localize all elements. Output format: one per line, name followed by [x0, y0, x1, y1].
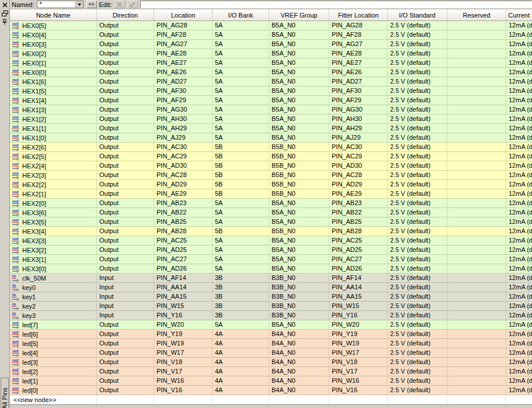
cell-cur[interactable]: 12mA (default)	[506, 302, 532, 311]
cell-loc[interactable]: PIN_AC25	[154, 236, 213, 246]
cell-bank[interactable]: 5B	[213, 161, 269, 171]
cell-loc[interactable]: PIN_AE27	[154, 58, 213, 68]
cell-node-name[interactable]: <<new node>>	[10, 395, 97, 404]
cell-res[interactable]	[447, 161, 506, 171]
cell-node-name[interactable]: outHEX0[2]	[10, 49, 97, 58]
cell-res[interactable]	[447, 77, 506, 87]
cell-fitter[interactable]: PIN_AA15	[329, 292, 388, 302]
cell-loc[interactable]: PIN_V18	[154, 358, 213, 367]
table-row[interactable]: outHEX3[0]OutputPIN_AD265AB5A_N0PIN_AD26…	[10, 264, 532, 274]
edit-accept-button[interactable]	[127, 1, 138, 8]
cell-bank[interactable]: 5A	[213, 255, 269, 264]
cell-vref[interactable]: B5B_N0	[269, 152, 329, 161]
cell-loc[interactable]: PIN_AB28	[154, 227, 213, 236]
cell-loc[interactable]: PIN_W17	[154, 348, 213, 358]
cell-cur[interactable]: 12mA (default)	[506, 49, 532, 58]
cell-bank[interactable]: 5A	[213, 199, 269, 208]
cell-dir[interactable]: Output	[97, 49, 154, 58]
cell-loc[interactable]: PIN_AD27	[154, 77, 213, 87]
cell-fitter[interactable]: PIN_AG27	[329, 40, 388, 49]
cell-loc[interactable]: PIN_AF14	[154, 274, 213, 283]
table-row[interactable]: outHEX3[5]OutputPIN_AB255AB5A_N0PIN_AB25…	[10, 217, 532, 227]
cell-cur[interactable]: 12mA (default)	[506, 171, 532, 180]
cell-res[interactable]	[447, 348, 506, 358]
cell-res[interactable]	[447, 68, 506, 77]
cell-vref[interactable]: B5A_N0	[269, 217, 329, 227]
table-row[interactable]: outHEX0[5]OutputPIN_AG285AB5A_N0PIN_AG28…	[10, 21, 532, 30]
cell-node-name[interactable]: inclk_50M	[10, 274, 97, 283]
cell-iostd[interactable]: 2.5 V (default)	[388, 171, 447, 180]
cell-node-name[interactable]: outHEX0[0]	[10, 68, 97, 77]
cell-dir[interactable]: Output	[97, 376, 154, 386]
cell-iostd[interactable]: 2.5 V (default)	[388, 217, 447, 227]
cell-loc[interactable]: PIN_AF28	[154, 30, 213, 40]
cell-fitter[interactable]: PIN_W20	[329, 320, 388, 330]
cell-bank[interactable]: 5B	[213, 180, 269, 189]
cell-loc[interactable]: PIN_AB23	[154, 199, 213, 208]
named-filter-combo[interactable]: *	[37, 1, 84, 8]
cell-dir[interactable]: Output	[97, 189, 154, 199]
cell-res[interactable]	[447, 87, 506, 96]
cell-iostd[interactable]: 2.5 V (default)	[388, 49, 447, 58]
cell-fitter[interactable]: PIN_AB28	[329, 227, 388, 236]
cell-vref[interactable]: B3B_N0	[269, 302, 329, 311]
cell-iostd[interactable]: 2.5 V (default)	[388, 264, 447, 274]
cell-node-name[interactable]: inkey2	[10, 302, 97, 311]
cell-dir[interactable]: Output	[97, 208, 154, 217]
cell-bank[interactable]: 5A	[213, 217, 269, 227]
table-row[interactable]: outHEX2[0]OutputPIN_AB235AB5A_N0PIN_AB23…	[10, 199, 532, 208]
cell-node-name[interactable]: outHEX3[5]	[10, 217, 97, 227]
cell-res[interactable]	[447, 40, 506, 49]
cell-iostd[interactable]: 2.5 V (default)	[388, 124, 447, 133]
cell-dir[interactable]: Output	[97, 40, 154, 49]
cell-dir[interactable]: Input	[97, 302, 154, 311]
table-row[interactable]: outHEX2[5]OutputPIN_AC295BB5B_N0PIN_AC29…	[10, 152, 532, 161]
cell-vref[interactable]: B5A_N0	[269, 77, 329, 87]
cell-cur[interactable]: 12mA (default)	[506, 161, 532, 171]
cell-cur[interactable]: 12mA (default)	[506, 330, 532, 339]
float-window-icon[interactable]	[1, 10, 8, 17]
cell-vref[interactable]: B5A_N0	[269, 40, 329, 49]
cell-res[interactable]	[447, 208, 506, 217]
cell-fitter[interactable]: PIN_AF14	[329, 274, 388, 283]
cell-fitter[interactable]: PIN_AA14	[329, 283, 388, 292]
column-header-node-name[interactable]: Node Name	[10, 9, 97, 20]
cell-bank[interactable]: 4A	[213, 330, 269, 339]
cell-iostd[interactable]: 2.5 V (default)	[388, 246, 447, 255]
cell-node-name[interactable]: outHEX3[3]	[10, 236, 97, 246]
cell-vref[interactable]: B3B_N0	[269, 274, 329, 283]
cell-fitter[interactable]: PIN_V18	[329, 358, 388, 367]
cell-cur[interactable]: 12mA (default)	[506, 96, 532, 105]
cell-cur[interactable]: 12mA (default)	[506, 227, 532, 236]
cell-bank[interactable]: 5A	[213, 21, 269, 30]
cell-bank[interactable]: 5A	[213, 96, 269, 105]
cell-fitter[interactable]: PIN_V16	[329, 386, 388, 395]
cell-fitter[interactable]: PIN_AH30	[329, 115, 388, 124]
cell-bank[interactable]: 5A	[213, 236, 269, 246]
cell-cur[interactable]: 12mA (default)	[506, 87, 532, 96]
cell-node-name[interactable]: outled[4]	[10, 348, 97, 358]
cell-bank[interactable]: 5A	[213, 68, 269, 77]
combo-dropdown-button[interactable]	[75, 1, 83, 8]
cell-iostd[interactable]: 2.5 V (default)	[388, 302, 447, 311]
cell-vref[interactable]: B5B_N0	[269, 143, 329, 152]
table-row[interactable]: outHEX3[4]OutputPIN_AB285BB5B_N0PIN_AB28…	[10, 227, 532, 236]
cell-bank[interactable]: 5B	[213, 152, 269, 161]
cell-loc[interactable]: PIN_AG27	[154, 40, 213, 49]
cell-vref[interactable]: B5B_N0	[269, 227, 329, 236]
cell-bank[interactable]	[213, 395, 269, 404]
edit-cancel-button[interactable]	[114, 1, 125, 8]
cell-vref[interactable]: B5A_N0	[269, 208, 329, 217]
cell-bank[interactable]: 4A	[213, 339, 269, 348]
cell-cur[interactable]: 12mA (default)	[506, 320, 532, 330]
cell-vref[interactable]: B4A_N0	[269, 330, 329, 339]
cell-vref[interactable]: B4A_N0	[269, 348, 329, 358]
cell-cur[interactable]	[506, 395, 532, 404]
cell-bank[interactable]: 3B	[213, 302, 269, 311]
cell-res[interactable]	[447, 21, 506, 30]
cell-loc[interactable]: PIN_AD29	[154, 180, 213, 189]
cell-fitter[interactable]: PIN_AD25	[329, 246, 388, 255]
cell-loc[interactable]: PIN_AA14	[154, 283, 213, 292]
cell-iostd[interactable]: 2.5 V (default)	[388, 143, 447, 152]
cell-res[interactable]	[447, 283, 506, 292]
